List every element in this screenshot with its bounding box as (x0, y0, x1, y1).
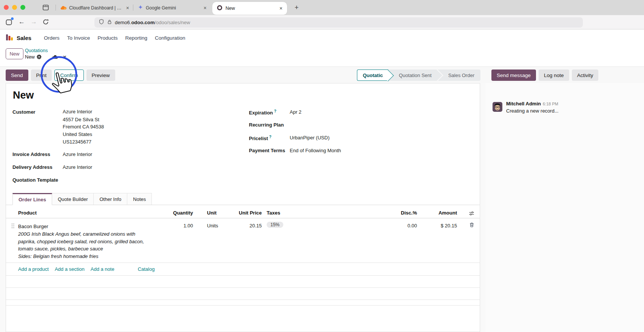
tab-close-icon[interactable]: × (280, 5, 283, 11)
expiration-field[interactable]: Apr 2 (290, 109, 301, 116)
col-quantity[interactable]: Quantity (162, 210, 193, 216)
tab-close-icon[interactable]: × (126, 5, 129, 11)
stage-sales-order[interactable]: Sales Order (438, 69, 480, 81)
col-disc[interactable]: Disc.% (383, 210, 417, 216)
tab-quote-builder[interactable]: Quote Builder (52, 193, 94, 205)
taxes-cell[interactable]: 15% (262, 218, 383, 228)
discard-icon[interactable]: × (63, 54, 66, 60)
customer-address-line: US12345677 (63, 138, 104, 146)
url-text: demo6.odoo.com/odoo/sales/new (115, 20, 190, 25)
notification-dot (11, 17, 14, 20)
nav-item-orders[interactable]: Orders (44, 35, 59, 41)
lock-icon[interactable] (107, 19, 112, 26)
nav-item-configuration[interactable]: Configuration (155, 35, 185, 41)
col-unit-price[interactable]: Unit Price (227, 210, 262, 216)
tab-separator (56, 5, 56, 11)
nav-item-to-invoice[interactable]: To Invoice (67, 35, 90, 41)
empty-row-divider (6, 300, 480, 300)
preview-button[interactable]: Preview (86, 69, 115, 81)
quotation-form-sheet: New Customer Azure Interior 4557 De Silv… (6, 83, 480, 332)
quantity-cell[interactable]: 1.00 (162, 218, 193, 229)
chatter-message: Creating a new record... (506, 108, 559, 114)
customer-address-line: United States (63, 131, 104, 138)
save-cloud-icon[interactable] (52, 54, 59, 59)
col-unit[interactable]: Unit (193, 210, 227, 216)
product-name[interactable]: Bacon Burger (18, 223, 162, 230)
send-button[interactable]: Send (6, 69, 28, 81)
tab-other-info[interactable]: Other Info (94, 193, 127, 205)
section-divider (6, 305, 480, 306)
print-button[interactable]: Print (31, 69, 52, 81)
chatter-author[interactable]: Mitchell Admin (506, 101, 541, 107)
add-note-link[interactable]: Add a note (91, 266, 114, 272)
help-icon[interactable]: ? (269, 135, 272, 139)
tab-order-lines[interactable]: Order Lines (12, 193, 52, 205)
tab-title: Google Gemini (146, 5, 201, 11)
optional-columns-icon[interactable] (457, 208, 480, 217)
stage-quotation[interactable]: Quotation (357, 69, 388, 81)
col-taxes[interactable]: Taxes (262, 210, 383, 216)
nav-item-products[interactable]: Products (97, 35, 117, 41)
back-button[interactable]: ← (19, 18, 25, 26)
shield-icon[interactable] (99, 19, 104, 26)
unit-price-cell[interactable]: 20.15 (227, 218, 262, 229)
tab-close-icon[interactable]: × (204, 5, 207, 11)
log-note-button[interactable]: Log note (539, 69, 569, 81)
app-name[interactable]: Sales (17, 35, 31, 41)
customer-name[interactable]: Azure Interior (63, 108, 104, 116)
product-cell[interactable]: Bacon Burger 200G Irish Black Angus beef… (18, 218, 162, 260)
tab-separator (133, 5, 133, 11)
browser-tab-gemini[interactable]: Google Gemini × (135, 3, 210, 13)
order-line-row[interactable]: Bacon Burger 200G Irish Black Angus beef… (6, 218, 480, 263)
discount-cell[interactable]: 0.00 (383, 218, 417, 229)
send-message-button[interactable]: Send message (491, 69, 536, 81)
chatter-panel: Mitchell Admin6:18 PM Creating a new rec… (485, 83, 644, 332)
forward-button[interactable]: → (31, 18, 37, 26)
sidebar-toggle-icon[interactable] (42, 4, 49, 12)
breadcrumb: Quotations New × (25, 48, 66, 60)
reload-icon[interactable] (42, 19, 49, 27)
breadcrumb-quotations-link[interactable]: Quotations (25, 48, 66, 53)
chatter-timestamp: 6:18 PM (543, 102, 558, 106)
order-lines-footer: Add a product Add a section Add a note C… (6, 263, 480, 276)
sales-app-icon[interactable] (6, 33, 13, 42)
add-section-link[interactable]: Add a section (55, 266, 85, 272)
window-close-button[interactable] (4, 5, 9, 10)
add-product-link[interactable]: Add a product (18, 266, 49, 272)
breadcrumb-row: New Quotations New × (0, 46, 644, 66)
nav-item-reporting[interactable]: Reporting (125, 35, 148, 41)
col-amount[interactable]: Amount (417, 210, 457, 216)
new-tab-button[interactable]: + (295, 3, 299, 12)
pricelist-field[interactable]: UrbanPiper (USD) (290, 135, 329, 141)
pricelist-label: Pricelist? (249, 135, 290, 141)
browser-tab-cloudflare[interactable]: Cloudflare Dashboard | Manage × (57, 3, 132, 13)
customer-field[interactable]: Azure Interior 4557 De Silva St Fremont … (63, 108, 104, 146)
tax-badge[interactable]: 15% (267, 222, 283, 228)
browser-tab-active-new[interactable]: New × (212, 2, 287, 15)
delivery-address-field[interactable]: Azure Interior (63, 164, 92, 170)
stage-quotation-sent[interactable]: Quotation Sent (388, 69, 438, 81)
window-zoom-button[interactable] (20, 5, 25, 10)
control-panel: Send Print Confirm Preview Quotation Quo… (0, 66, 644, 83)
catalog-link[interactable]: Catalog (138, 266, 155, 272)
url-bar[interactable]: demo6.odoo.com/odoo/sales/new (94, 17, 583, 28)
odoo-nav-bar: Sales Orders To Invoice Products Reporti… (0, 29, 644, 46)
notebook-tabs: Order Lines Quote Builder Other Info Not… (6, 193, 480, 205)
delete-row-icon[interactable] (457, 218, 480, 229)
expiration-label: Expiration? (249, 109, 290, 116)
unit-cell[interactable]: Units (193, 218, 227, 229)
col-product[interactable]: Product (18, 210, 162, 216)
payment-terms-field[interactable]: End of Following Month (290, 148, 341, 153)
help-icon[interactable]: ? (274, 109, 276, 113)
new-record-button[interactable]: New (6, 48, 23, 59)
invoice-address-field[interactable]: Azure Interior (63, 151, 92, 157)
drag-handle[interactable] (6, 218, 18, 230)
gear-icon[interactable] (37, 54, 42, 59)
recurring-plan-label: Recurring Plan (249, 122, 290, 128)
confirm-button[interactable]: Confirm (54, 69, 83, 81)
activity-button[interactable]: Activity (572, 69, 599, 81)
tab-notes[interactable]: Notes (127, 193, 152, 205)
window-minimize-button[interactable] (12, 5, 17, 10)
amount-cell: $ 20.15 (417, 218, 457, 229)
customer-label: Customer (12, 109, 63, 146)
